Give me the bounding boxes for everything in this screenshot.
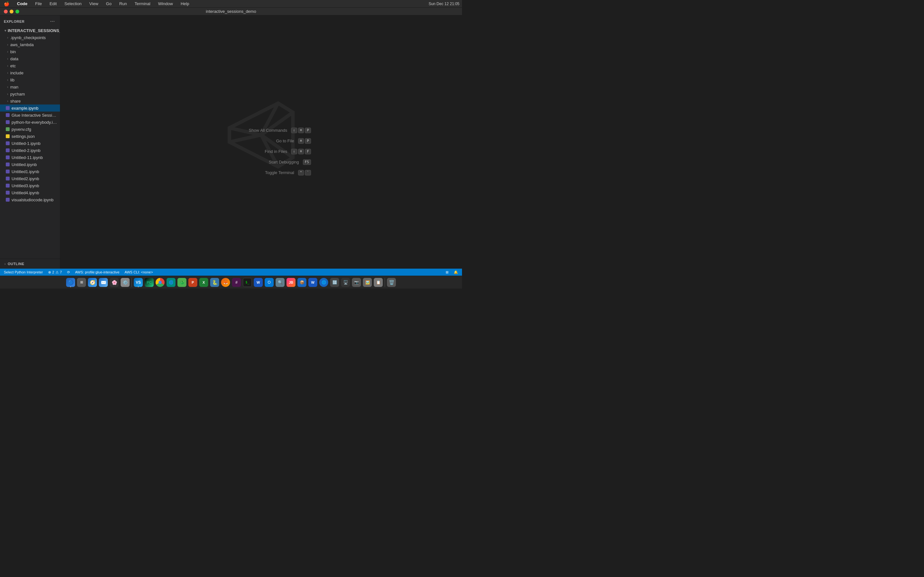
sync-status[interactable]: ⟳	[66, 270, 71, 274]
menubar-right: Sun Dec 12 21:05	[429, 2, 459, 6]
sidebar-item-pycham[interactable]: › pycham	[0, 90, 60, 97]
outline-section[interactable]: › OUTLINE	[0, 260, 60, 268]
menubar: 🍎 Code File Edit Selection View Go Run T…	[0, 0, 462, 8]
kbd-shift: ⇧	[291, 149, 297, 154]
folder-label: aws_lambda	[10, 42, 57, 47]
menu-run[interactable]: Run	[118, 1, 128, 7]
sidebar-item-pyvenv-cfg[interactable]: pyvenv.cfg	[0, 126, 60, 133]
dock-safari[interactable]: 🧭	[87, 277, 97, 287]
aws-profile-status[interactable]: AWS: profile:glue-interactive	[74, 270, 121, 274]
menu-selection[interactable]: Selection	[63, 1, 83, 7]
dock-python[interactable]: 🐍	[210, 277, 220, 287]
sidebar-item-data[interactable]: › data	[0, 55, 60, 62]
dock-system-prefs[interactable]: ⚙️	[120, 277, 130, 287]
maximize-button[interactable]	[15, 10, 19, 13]
dock-slack[interactable]: #	[231, 277, 242, 287]
notebook-icon	[5, 105, 10, 111]
sidebar-item-ipynb-checkpoints[interactable]: › .ipynb_checkpoints	[0, 34, 60, 41]
dock-trash[interactable]: 🗑️	[386, 277, 397, 287]
warning-count: 7	[60, 270, 62, 274]
menu-edit[interactable]: Edit	[48, 1, 58, 7]
dock-screenrecord[interactable]: 🖥️	[341, 277, 351, 287]
sidebar-header: EXPLORER ···	[0, 15, 60, 26]
sidebar-item-untitled-2[interactable]: Untitled-2.ipynb	[0, 147, 60, 154]
sidebar-item-man[interactable]: › man	[0, 83, 60, 90]
menu-window[interactable]: Window	[157, 1, 174, 7]
kbd-group-terminal: ^ `	[298, 170, 311, 175]
dock-browser[interactable]: 🌐	[318, 277, 329, 287]
dock-mail[interactable]: ✉️	[98, 277, 108, 287]
dock-finder[interactable]: 🔵	[65, 277, 76, 287]
cmd-label-terminal: Toggle Terminal	[265, 170, 294, 175]
sidebar-item-untitled[interactable]: Untitled.ipynb	[0, 161, 60, 168]
chevron-right-icon: ›	[5, 49, 10, 54]
error-count: 2	[52, 270, 54, 274]
sidebar-item-include[interactable]: › include	[0, 69, 60, 76]
file-label: Glue Interactive Session.ipynb	[11, 113, 57, 118]
remote-icon-status[interactable]: ⊞	[444, 270, 450, 274]
dock-firefox[interactable]: 🦊	[220, 277, 231, 287]
dock-screenshot[interactable]: 📷	[351, 277, 362, 287]
menu-help[interactable]: Help	[179, 1, 191, 7]
sidebar-item-settings-json[interactable]: settings.json	[0, 133, 60, 140]
sidebar-item-untitled3[interactable]: Untitled3.ipynb	[0, 182, 60, 189]
chevron-right-icon: ›	[5, 98, 10, 103]
chevron-right-icon: ›	[5, 84, 10, 89]
dock-powerpoint[interactable]: P	[188, 277, 198, 287]
dock-clipboard[interactable]: 📋	[373, 277, 383, 287]
sidebar-item-untitled1[interactable]: Untitled1.ipynb	[0, 168, 60, 175]
sidebar-item-untitled-11[interactable]: Untitled-11.ipynb	[0, 154, 60, 161]
dock-chrome[interactable]	[155, 277, 165, 287]
folder-label: lib	[10, 77, 57, 82]
folder-label: share	[10, 99, 57, 103]
dock-outlook[interactable]: O	[264, 277, 274, 287]
dock-terminal[interactable]: $_	[242, 277, 252, 287]
sidebar-item-etc[interactable]: › etc	[0, 62, 60, 69]
menu-file[interactable]: File	[34, 1, 43, 7]
aws-cli-status[interactable]: AWS CLI: <none>	[123, 270, 154, 274]
sidebar-more-button[interactable]: ···	[49, 18, 56, 25]
sidebar-item-example-ipynb[interactable]: example.ipynb	[0, 105, 60, 111]
sidebar-item-untitled4[interactable]: Untitled4.ipynb	[0, 189, 60, 196]
dock-photos[interactable]: 🌸	[109, 277, 120, 287]
sidebar-item-untitled2[interactable]: Untitled2.ipynb	[0, 175, 60, 182]
dock-virtualbox[interactable]: 📦	[297, 277, 307, 287]
apple-menu[interactable]: 🍎	[3, 1, 11, 7]
dock-word[interactable]: W	[253, 277, 263, 287]
sidebar-item-glue-session[interactable]: Glue Interactive Session.ipynb	[0, 111, 60, 119]
welcome-commands: Show All Commands ⇧ ⌘ P Go to File ⌘ P F…	[249, 127, 311, 175]
menu-terminal[interactable]: Terminal	[134, 1, 152, 7]
sidebar-root-folder[interactable]: ▾ INTERACTIVE_SESSIONS_DEMO	[0, 27, 60, 34]
dock-jetbrains[interactable]: JB	[286, 277, 296, 287]
minimize-button[interactable]	[10, 10, 13, 13]
sidebar-item-python-everybody[interactable]: python-for-everybody.ipynb	[0, 119, 60, 126]
sidebar-item-untitled-1[interactable]: Untitled-1.ipynb	[0, 140, 60, 147]
sidebar-item-aws-lambda[interactable]: › aws_lambda	[0, 41, 60, 48]
dock-excel[interactable]: X	[199, 277, 209, 287]
file-label: pyvenv.cfg	[11, 127, 57, 132]
notification-status[interactable]: 🔔	[452, 270, 459, 274]
file-label: Untitled2.ipynb	[11, 176, 57, 181]
cmd-label-show-all: Show All Commands	[249, 128, 287, 133]
menu-code[interactable]: Code	[16, 1, 29, 7]
dock-vscode[interactable]: VS	[133, 277, 144, 287]
python-interpreter-status[interactable]: Select Python Interpreter	[3, 270, 44, 274]
dock-app1[interactable]: 🌀	[166, 277, 176, 287]
errors-status[interactable]: ⊗ 2 ⚠ 7	[47, 270, 63, 274]
dock-photoviewer[interactable]: 🖼️	[362, 277, 373, 287]
dock-word2[interactable]: W	[308, 277, 318, 287]
menu-view[interactable]: View	[88, 1, 99, 7]
dock-finder2[interactable]: 🔍	[275, 277, 285, 287]
chevron-right-icon: ›	[5, 77, 10, 82]
sidebar-item-bin[interactable]: › bin	[0, 48, 60, 55]
sidebar-item-share[interactable]: › share	[0, 97, 60, 105]
dock-calculator[interactable]: 🔢	[330, 277, 340, 287]
dock-launchpad[interactable]: ⊞	[76, 277, 87, 287]
dock-app2[interactable]: 🐉	[177, 277, 187, 287]
file-label: Untitled-11.ipynb	[11, 155, 57, 160]
menu-go[interactable]: Go	[105, 1, 113, 7]
sidebar-item-lib[interactable]: › lib	[0, 76, 60, 83]
close-button[interactable]	[4, 10, 8, 13]
dock-pycharm[interactable]: PC	[144, 277, 154, 287]
sidebar-item-vscode[interactable]: visualstudiocode.ipynb	[0, 196, 60, 203]
